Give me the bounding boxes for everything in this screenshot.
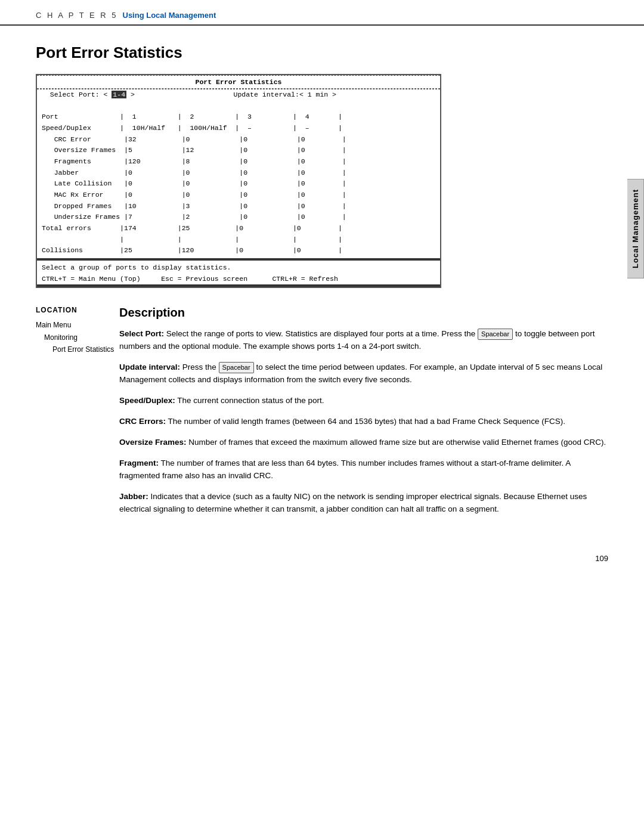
terminal-title: Port Error Statistics — [37, 76, 440, 89]
description-section: Description Select Port: Select the rang… — [119, 306, 608, 524]
left-sidebar: Location Main Menu Monitoring Port Error… — [36, 306, 119, 524]
desc-para-crc-errors: CRC Errors: The number of valid length f… — [119, 416, 608, 428]
location-tree: Main Menu Monitoring Port Error Statisti… — [36, 319, 119, 355]
bold-update-interval: Update interval: — [119, 363, 180, 371]
total-errors-row: Total errors |174 |25 |0 |0 | — [37, 223, 440, 234]
spacer-row: | | | | | — [37, 234, 440, 246]
bottom-hint: Select a group of ports to display stati… — [37, 262, 440, 274]
spacebar-key-1: Spacebar — [478, 329, 513, 340]
collisions-row: Collisions |25 |120 |0 |0 | — [37, 245, 440, 256]
location-level3: Port Error Statistics — [36, 343, 119, 355]
jabber-row: Jabber |0 |0 |0 |0 | — [37, 168, 440, 179]
location-level1: Main Menu — [36, 319, 119, 331]
location-heading: Location — [36, 306, 119, 314]
late-collision-row: Late Collision |0 |0 |0 |0 | — [37, 178, 440, 190]
location-level2: Monitoring — [36, 332, 119, 343]
bold-select-port: Select Port: — [119, 329, 164, 338]
spacebar-key-2: Spacebar — [219, 362, 254, 373]
table-header-row: Port | 1 | 2 | 3 | 4 | — [37, 112, 440, 123]
select-port-row: Select Port: < 1-4 > Update interval:< 1… — [37, 89, 440, 101]
chapter-title: Using Local Management — [123, 11, 216, 20]
terminal-screen: Port Error Statistics Select Port: < 1-4… — [36, 74, 441, 288]
bold-crc-errors: CRC Errors: — [119, 417, 166, 426]
undersize-frames-row: Undersize Frames |7 |2 |0 |0 | — [37, 212, 440, 223]
page-title: Port Error Statistics — [36, 44, 608, 62]
chapter-label: C H A P T E R 5 — [36, 11, 118, 20]
mac-rx-error-row: MAC Rx Error |0 |0 |0 |0 | — [37, 190, 440, 201]
bold-fragment: Fragment: — [119, 459, 159, 467]
desc-para-oversize-frames: Oversize Frames: Number of frames that e… — [119, 436, 608, 449]
dropped-frames-row: Dropped Frames |10 |3 |0 |0 | — [37, 201, 440, 212]
desc-para-jabber: Jabber: Indicates that a device (such as… — [119, 491, 608, 516]
bold-jabber: Jabber: — [119, 492, 148, 501]
bold-oversize-frames: Oversize Frames: — [119, 438, 187, 447]
chapter-header: C H A P T E R 5 Using Local Management — [0, 0, 644, 26]
shortcuts-row: CTRL+T = Main Menu (Top) Esc = Previous … — [37, 274, 440, 285]
desc-para-fragment: Fragment: The number of frames that are … — [119, 457, 608, 482]
side-tab: Local Management — [627, 179, 644, 278]
desc-para-update-interval: Update interval: Press the Spacebar to s… — [119, 361, 608, 386]
page-number: 109 — [0, 548, 644, 569]
desc-para-select-port: Select Port: Select the range of ports t… — [119, 328, 608, 353]
bold-speed-duplex: Speed/Duplex: — [119, 396, 175, 405]
port-value[interactable]: 1-4 — [112, 91, 126, 98]
speed-duplex-row: Speed/Duplex | 10H/Half | 100H/Half | – … — [37, 123, 440, 134]
fragments-row: Fragments |120 |8 |0 |0 | — [37, 156, 440, 168]
empty-row-1 — [37, 101, 440, 112]
crc-error-row: CRC Error |32 |0 |0 |0 | — [37, 134, 440, 145]
oversize-frames-row: Oversize Frames |5 |12 |0 |0 | — [37, 145, 440, 156]
content-wrapper: Location Main Menu Monitoring Port Error… — [36, 306, 608, 524]
description-heading: Description — [119, 306, 608, 320]
desc-para-speed-duplex: Speed/Duplex: The current connection sta… — [119, 395, 608, 407]
